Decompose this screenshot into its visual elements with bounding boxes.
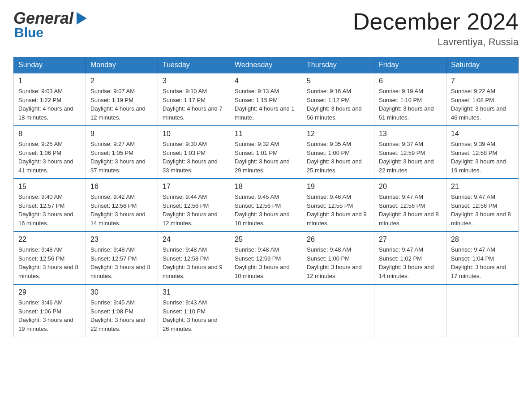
day-number: 1: [18, 77, 81, 85]
day-info: Sunrise: 9:37 AM Sunset: 12:59 PM Daylig…: [379, 140, 442, 175]
title-area: December 2024 Lavrentiya, Russia: [353, 9, 519, 48]
day-number: 18: [235, 183, 297, 191]
calendar-cell: 10 Sunrise: 9:30 AM Sunset: 1:03 PM Dayl…: [158, 126, 230, 179]
day-info: Sunrise: 9:44 AM Sunset: 12:56 PM Daylig…: [163, 193, 225, 227]
day-number: 6: [379, 77, 442, 85]
day-info: Sunrise: 9:47 AM Sunset: 1:02 PM Dayligh…: [379, 245, 442, 280]
calendar-cell: 5 Sunrise: 9:16 AM Sunset: 1:12 PM Dayli…: [302, 73, 374, 126]
calendar-cell: 8 Sunrise: 9:25 AM Sunset: 1:06 PM Dayli…: [14, 126, 86, 179]
day-number: 20: [379, 183, 442, 191]
day-info: Sunrise: 9:47 AM Sunset: 12:56 PM Daylig…: [379, 193, 442, 227]
day-number: 4: [235, 77, 297, 85]
day-info: Sunrise: 9:27 AM Sunset: 1:05 PM Dayligh…: [90, 140, 153, 175]
day-info: Sunrise: 9:07 AM Sunset: 1:19 PM Dayligh…: [90, 87, 153, 122]
day-number: 9: [90, 130, 153, 138]
col-header-monday: Monday: [86, 57, 158, 73]
calendar-cell: 3 Sunrise: 9:10 AM Sunset: 1:17 PM Dayli…: [158, 73, 230, 126]
day-number: 16: [90, 183, 153, 191]
day-info: Sunrise: 9:48 AM Sunset: 12:56 PM Daylig…: [18, 245, 81, 280]
day-number: 12: [307, 130, 369, 138]
day-number: 27: [379, 235, 442, 244]
calendar-cell: 1 Sunrise: 9:03 AM Sunset: 1:22 PM Dayli…: [14, 73, 86, 126]
calendar-cell: 13 Sunrise: 9:37 AM Sunset: 12:59 PM Day…: [374, 126, 446, 179]
calendar-cell: 11 Sunrise: 9:32 AM Sunset: 1:01 PM Dayl…: [230, 126, 302, 179]
col-header-sunday: Sunday: [14, 57, 86, 73]
col-header-wednesday: Wednesday: [230, 57, 302, 73]
day-number: 13: [379, 130, 442, 138]
calendar-cell: [446, 284, 519, 337]
col-header-saturday: Saturday: [446, 57, 519, 73]
day-info: Sunrise: 9:48 AM Sunset: 12:57 PM Daylig…: [90, 245, 153, 280]
logo-triangle-icon: [74, 11, 88, 26]
day-number: 23: [90, 235, 153, 244]
day-info: Sunrise: 9:39 AM Sunset: 12:58 PM Daylig…: [451, 140, 514, 175]
calendar-cell: 7 Sunrise: 9:22 AM Sunset: 1:08 PM Dayli…: [446, 73, 519, 126]
calendar-cell: 9 Sunrise: 9:27 AM Sunset: 1:05 PM Dayli…: [86, 126, 158, 179]
calendar-cell: 15 Sunrise: 9:40 AM Sunset: 12:57 PM Day…: [14, 179, 86, 231]
page-header: General Blue December 2024 Lavrentiya, R…: [13, 9, 519, 48]
calendar-cell: 16 Sunrise: 9:42 AM Sunset: 12:56 PM Day…: [86, 179, 158, 231]
day-info: Sunrise: 9:46 AM Sunset: 12:55 PM Daylig…: [307, 193, 369, 227]
day-info: Sunrise: 9:10 AM Sunset: 1:17 PM Dayligh…: [163, 87, 225, 122]
day-number: 25: [235, 235, 297, 244]
calendar-cell: 30 Sunrise: 9:45 AM Sunset: 1:08 PM Dayl…: [86, 284, 158, 337]
calendar-header-row: SundayMondayTuesdayWednesdayThursdayFrid…: [14, 57, 519, 73]
day-info: Sunrise: 9:46 AM Sunset: 1:06 PM Dayligh…: [18, 298, 81, 333]
day-info: Sunrise: 9:45 AM Sunset: 12:56 PM Daylig…: [235, 193, 297, 227]
day-number: 28: [451, 235, 514, 244]
day-number: 8: [18, 130, 81, 138]
calendar-week-row: 15 Sunrise: 9:40 AM Sunset: 12:57 PM Day…: [14, 179, 519, 231]
day-number: 10: [163, 130, 225, 138]
calendar-cell: 26 Sunrise: 9:48 AM Sunset: 1:00 PM Dayl…: [302, 231, 374, 284]
calendar-week-row: 1 Sunrise: 9:03 AM Sunset: 1:22 PM Dayli…: [14, 73, 519, 126]
calendar-cell: 4 Sunrise: 9:13 AM Sunset: 1:15 PM Dayli…: [230, 73, 302, 126]
day-info: Sunrise: 9:22 AM Sunset: 1:08 PM Dayligh…: [451, 87, 514, 122]
calendar-cell: 27 Sunrise: 9:47 AM Sunset: 1:02 PM Dayl…: [374, 231, 446, 284]
day-info: Sunrise: 9:45 AM Sunset: 1:08 PM Dayligh…: [90, 298, 153, 333]
calendar-cell: [302, 284, 374, 337]
calendar-cell: 18 Sunrise: 9:45 AM Sunset: 12:56 PM Day…: [230, 179, 302, 231]
day-info: Sunrise: 9:13 AM Sunset: 1:15 PM Dayligh…: [235, 87, 297, 122]
calendar-cell: 28 Sunrise: 9:47 AM Sunset: 1:04 PM Dayl…: [446, 231, 519, 284]
calendar-cell: 21 Sunrise: 9:47 AM Sunset: 12:56 PM Day…: [446, 179, 519, 231]
day-number: 26: [307, 235, 369, 244]
svg-marker-0: [77, 12, 87, 25]
day-number: 11: [235, 130, 297, 138]
calendar-cell: 23 Sunrise: 9:48 AM Sunset: 12:57 PM Day…: [86, 231, 158, 284]
col-header-thursday: Thursday: [302, 57, 374, 73]
day-info: Sunrise: 9:48 AM Sunset: 12:59 PM Daylig…: [235, 245, 297, 280]
calendar-cell: 6 Sunrise: 9:19 AM Sunset: 1:10 PM Dayli…: [374, 73, 446, 126]
day-number: 31: [163, 288, 225, 296]
day-info: Sunrise: 9:32 AM Sunset: 1:01 PM Dayligh…: [235, 140, 297, 175]
calendar-cell: 2 Sunrise: 9:07 AM Sunset: 1:19 PM Dayli…: [86, 73, 158, 126]
calendar-cell: 24 Sunrise: 9:48 AM Sunset: 12:58 PM Day…: [158, 231, 230, 284]
calendar-cell: 22 Sunrise: 9:48 AM Sunset: 12:56 PM Day…: [14, 231, 86, 284]
day-number: 3: [163, 77, 225, 85]
calendar-cell: [230, 284, 302, 337]
day-info: Sunrise: 9:30 AM Sunset: 1:03 PM Dayligh…: [163, 140, 225, 175]
day-number: 22: [18, 235, 81, 244]
month-title: December 2024: [353, 9, 519, 34]
day-info: Sunrise: 9:48 AM Sunset: 12:58 PM Daylig…: [163, 245, 225, 280]
day-info: Sunrise: 9:42 AM Sunset: 12:56 PM Daylig…: [90, 193, 153, 227]
day-number: 2: [90, 77, 153, 85]
day-info: Sunrise: 9:40 AM Sunset: 12:57 PM Daylig…: [18, 193, 81, 227]
day-number: 29: [18, 288, 81, 296]
logo: General Blue: [13, 9, 88, 40]
day-number: 30: [90, 288, 153, 296]
calendar-cell: 25 Sunrise: 9:48 AM Sunset: 12:59 PM Day…: [230, 231, 302, 284]
day-info: Sunrise: 9:19 AM Sunset: 1:10 PM Dayligh…: [379, 87, 442, 122]
calendar-cell: 17 Sunrise: 9:44 AM Sunset: 12:56 PM Day…: [158, 179, 230, 231]
day-number: 17: [163, 183, 225, 191]
day-info: Sunrise: 9:43 AM Sunset: 1:10 PM Dayligh…: [163, 298, 225, 333]
location-title: Lavrentiya, Russia: [353, 36, 519, 48]
day-info: Sunrise: 9:47 AM Sunset: 12:56 PM Daylig…: [451, 193, 514, 227]
day-info: Sunrise: 9:47 AM Sunset: 1:04 PM Dayligh…: [451, 245, 514, 280]
calendar-cell: [374, 284, 446, 337]
day-number: 21: [451, 183, 514, 191]
day-info: Sunrise: 9:25 AM Sunset: 1:06 PM Dayligh…: [18, 140, 81, 175]
day-number: 19: [307, 183, 369, 191]
calendar-cell: 20 Sunrise: 9:47 AM Sunset: 12:56 PM Day…: [374, 179, 446, 231]
day-number: 24: [163, 235, 225, 244]
day-info: Sunrise: 9:16 AM Sunset: 1:12 PM Dayligh…: [307, 87, 369, 122]
